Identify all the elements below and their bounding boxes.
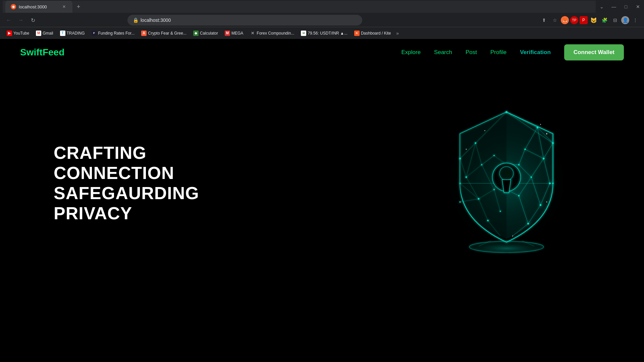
svg-point-63 xyxy=(552,183,554,184)
svg-point-62 xyxy=(518,195,520,197)
svg-point-42 xyxy=(475,142,476,144)
navbar: SwiftFeed Explore Search Post Profile Ve… xyxy=(0,39,644,66)
nav-profile[interactable]: Profile xyxy=(490,49,506,56)
svg-point-50 xyxy=(500,211,501,212)
active-tab[interactable]: ◉ localhost:3000 ✕ xyxy=(5,1,72,13)
shield-svg xyxy=(426,103,587,264)
chevron-down-icon[interactable]: ⌄ xyxy=(598,3,605,10)
svg-point-44 xyxy=(466,176,467,178)
bookmark-gmail-label: Gmail xyxy=(43,31,53,36)
svg-point-78 xyxy=(512,236,513,237)
menu-button[interactable]: ⋮ xyxy=(631,15,640,25)
shield-illustration xyxy=(423,99,590,267)
svg-point-59 xyxy=(524,148,526,150)
more-bookmarks-button[interactable]: » xyxy=(395,29,400,37)
svg-point-76 xyxy=(466,149,467,150)
svg-point-49 xyxy=(493,189,495,190)
gmail-favicon: M xyxy=(36,31,41,36)
secure-icon: 🔒 xyxy=(133,17,139,23)
back-button[interactable]: ← xyxy=(4,15,13,25)
svg-point-77 xyxy=(546,201,547,202)
bookmark-mega[interactable]: M MEGA xyxy=(222,29,246,37)
funding-favicon: F xyxy=(92,31,97,36)
extension-icon-2[interactable]: TP xyxy=(570,16,578,24)
trading-favicon: T xyxy=(60,31,65,36)
svg-point-48 xyxy=(481,164,482,166)
hero-title: CRAFTING CONNECTION SAFEGAURDING PRIVACY xyxy=(54,143,221,223)
sidebar-button[interactable]: ⊟ xyxy=(610,15,620,25)
extension-icon-3[interactable]: P xyxy=(580,16,588,24)
svg-point-52 xyxy=(460,201,461,203)
svg-point-58 xyxy=(527,223,529,225)
nav-search[interactable]: Search xyxy=(434,49,452,56)
bookmark-forex[interactable]: ✕ Forex Compoundin... xyxy=(247,29,297,37)
new-tab-button[interactable]: + xyxy=(74,2,83,11)
usdt-favicon: M xyxy=(301,31,306,36)
svg-point-54 xyxy=(552,142,554,144)
logo[interactable]: SwiftFeed xyxy=(20,47,64,58)
forward-button[interactable]: → xyxy=(16,15,25,25)
nav-links: Explore Search Post Profile Verification xyxy=(401,49,550,56)
nav-explore[interactable]: Explore xyxy=(401,49,421,56)
bookmark-dashboard[interactable]: K Dashboard / Kite xyxy=(352,29,393,37)
hero-line1: CRAFTING CONNECTION xyxy=(54,143,174,183)
bookmarks-bar: ▶ YouTube M Gmail T TRADING F Funding Ra… xyxy=(0,27,644,39)
svg-point-57 xyxy=(540,204,542,206)
extension-icon-1[interactable]: 🦊 xyxy=(561,16,569,24)
tab-favicon: ◉ xyxy=(11,4,16,9)
hero-section: CRAFTING CONNECTION SAFEGAURDING PRIVACY xyxy=(0,66,644,301)
bookmark-crypto[interactable]: A Crypto Fear & Gree... xyxy=(139,29,189,37)
svg-point-55 xyxy=(543,157,545,160)
extension-icon-4[interactable]: 😺 xyxy=(589,15,598,25)
mega-favicon: M xyxy=(225,31,230,36)
reload-button[interactable]: ↻ xyxy=(28,15,38,25)
url-text: localhost:3000 xyxy=(141,17,171,23)
svg-point-60 xyxy=(518,164,520,166)
close-button[interactable]: ✕ xyxy=(635,3,641,10)
bookmark-trading-label: TRADING xyxy=(67,31,85,36)
share-icon[interactable]: ⬆ xyxy=(539,15,549,25)
svg-point-43 xyxy=(459,158,461,160)
browser-chrome: ◉ localhost:3000 ✕ + ⌄ — □ ✕ ← → ↻ 🔒 loc… xyxy=(0,0,644,39)
profile-avatar[interactable]: 👤 xyxy=(621,16,629,24)
svg-point-53 xyxy=(537,127,539,129)
svg-point-46 xyxy=(487,220,489,221)
url-bar[interactable]: 🔒 localhost:3000 xyxy=(127,15,362,26)
bookmark-calculator[interactable]: ◆ Calculator xyxy=(191,29,221,37)
website-content: SwiftFeed Explore Search Post Profile Ve… xyxy=(0,39,644,328)
forex-favicon: ✕ xyxy=(250,31,255,36)
connect-wallet-button[interactable]: Connect Wallet xyxy=(564,44,624,60)
bookmark-usdt[interactable]: M 79.56: USDT/INR ▲... xyxy=(298,29,350,37)
tab-close-button[interactable]: ✕ xyxy=(61,4,67,10)
extensions-button[interactable]: 🧩 xyxy=(600,15,609,25)
youtube-favicon: ▶ xyxy=(7,31,12,36)
toolbar-icons: ⬆ ☆ 🦊 TP P 😺 🧩 ⊟ 👤 ⋮ xyxy=(539,15,640,25)
svg-point-73 xyxy=(546,133,547,134)
bookmark-gmail[interactable]: M Gmail xyxy=(33,29,56,37)
crypto-favicon: A xyxy=(141,31,147,36)
svg-point-41 xyxy=(505,111,507,113)
svg-point-56 xyxy=(549,182,551,184)
minimize-button[interactable]: — xyxy=(610,3,617,10)
bookmark-youtube-label: YouTube xyxy=(13,31,29,36)
bookmark-funding[interactable]: F Funding Rates For... xyxy=(89,29,138,37)
nav-post[interactable]: Post xyxy=(466,49,477,56)
maximize-button[interactable]: □ xyxy=(623,3,629,10)
address-bar: ← → ↻ 🔒 localhost:3000 ⬆ ☆ 🦊 TP P 😺 🧩 ⊟ … xyxy=(0,13,644,27)
svg-point-70 xyxy=(466,242,547,256)
hero-line2: SAFEGAURDING PRIVACY xyxy=(54,183,199,223)
bookmark-youtube[interactable]: ▶ YouTube xyxy=(4,29,32,37)
bookmark-calculator-label: Calculator xyxy=(200,31,218,36)
svg-point-74 xyxy=(540,124,541,125)
title-bar: ◉ localhost:3000 ✕ + ⌄ — □ ✕ xyxy=(0,0,644,13)
bookmark-icon[interactable]: ☆ xyxy=(550,15,559,25)
bookmark-trading[interactable]: T TRADING xyxy=(57,29,88,37)
nav-verification[interactable]: Verification xyxy=(520,49,551,56)
bookmark-mega-label: MEGA xyxy=(231,31,243,36)
bookmark-funding-label: Funding Rates For... xyxy=(98,31,135,36)
svg-point-45 xyxy=(478,198,480,200)
calculator-favicon: ◆ xyxy=(193,31,199,36)
svg-point-61 xyxy=(531,176,532,178)
bookmark-usdt-label: 79.56: USDT/INR ▲... xyxy=(308,31,347,36)
svg-point-47 xyxy=(493,155,495,156)
